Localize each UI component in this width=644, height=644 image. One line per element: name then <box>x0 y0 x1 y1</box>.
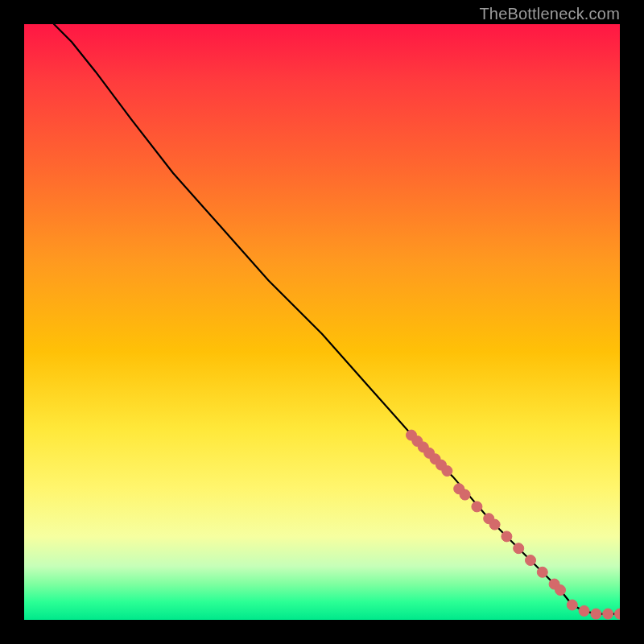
marker-dot <box>460 489 470 500</box>
marker-dot <box>472 502 482 512</box>
marker-dot <box>555 585 566 596</box>
marker-dot <box>514 543 524 554</box>
marker-dot <box>567 600 577 610</box>
marker-dot <box>537 567 547 577</box>
marker-dot <box>502 531 512 542</box>
plot-area <box>24 24 620 620</box>
marker-dot <box>489 519 500 530</box>
marker-dot <box>526 555 536 566</box>
marker-dots <box>407 430 621 619</box>
chart-frame: TheBottleneck.com <box>0 0 644 644</box>
curve-svg <box>24 24 620 620</box>
marker-dot <box>579 605 589 616</box>
marker-dot <box>591 609 601 619</box>
marker-dot <box>615 609 621 619</box>
watermark-text: TheBottleneck.com <box>479 5 620 23</box>
marker-dot <box>442 466 452 477</box>
marker-dot <box>603 609 613 619</box>
curve-line <box>54 24 620 614</box>
